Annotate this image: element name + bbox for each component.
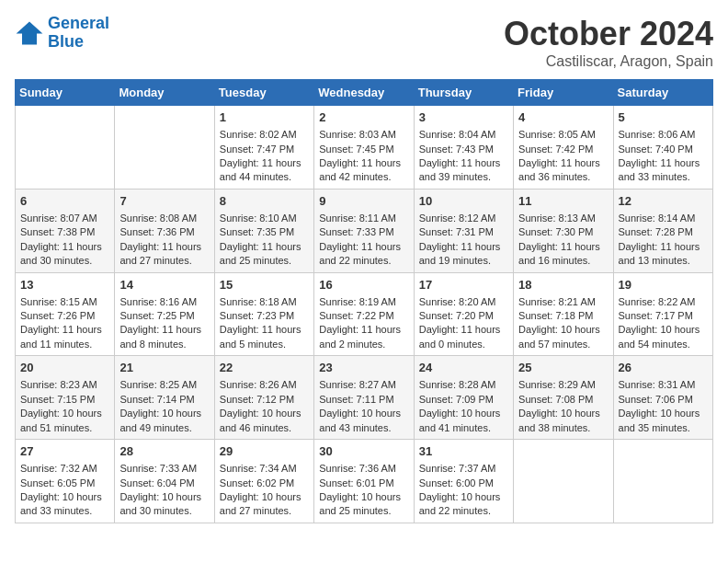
day-info-line: Sunset: 7:40 PM <box>619 143 708 156</box>
day-info-line: Sunset: 7:20 PM <box>419 309 508 323</box>
day-number: 25 <box>518 360 608 376</box>
svg-marker-0 <box>17 21 43 44</box>
day-number: 27 <box>20 443 109 460</box>
day-info-line: Daylight: 10 hours and 41 minutes. <box>419 407 508 435</box>
calendar-cell: 4Sunrise: 8:05 AMSunset: 7:42 PMDaylight… <box>514 106 613 190</box>
logo: General Blue <box>15 15 109 52</box>
day-info-line: Daylight: 10 hours and 25 minutes. <box>319 490 408 519</box>
day-info-line: Sunrise: 8:18 AM <box>220 295 309 309</box>
day-number: 6 <box>20 193 109 210</box>
day-number: 20 <box>20 360 109 376</box>
day-info-line: Daylight: 10 hours and 35 minutes. <box>619 407 708 435</box>
day-info-line: Sunrise: 8:04 AM <box>419 128 508 142</box>
day-info-line: Daylight: 10 hours and 46 minutes. <box>220 407 309 435</box>
day-info-line: Sunset: 7:47 PM <box>220 143 309 156</box>
day-info-line: Daylight: 10 hours and 33 minutes. <box>20 490 109 519</box>
day-info-line: Sunset: 7:36 PM <box>119 225 209 239</box>
day-number: 7 <box>119 193 209 210</box>
day-info-line: Sunrise: 7:33 AM <box>119 462 209 476</box>
calendar-cell: 23Sunrise: 8:27 AMSunset: 7:11 PMDayligh… <box>314 356 414 440</box>
day-info-line: Daylight: 11 hours and 42 minutes. <box>319 156 408 185</box>
day-info-line: Daylight: 10 hours and 54 minutes. <box>619 323 708 351</box>
calendar-cell: 17Sunrise: 8:20 AMSunset: 7:20 PMDayligh… <box>414 272 513 356</box>
day-number: 17 <box>419 277 508 293</box>
day-info-line: Sunset: 7:42 PM <box>518 143 608 156</box>
day-number: 12 <box>619 193 708 210</box>
header-row: SundayMondayTuesdayWednesdayThursdayFrid… <box>16 80 713 106</box>
week-row-3: 13Sunrise: 8:15 AMSunset: 7:26 PMDayligh… <box>16 272 713 356</box>
day-info-line: Sunrise: 8:27 AM <box>319 378 408 392</box>
week-row-1: 1Sunrise: 8:02 AMSunset: 7:47 PMDaylight… <box>16 106 713 190</box>
location-title: Castiliscar, Aragon, Spain <box>504 53 713 70</box>
day-number: 3 <box>419 109 508 126</box>
day-info-line: Sunset: 7:25 PM <box>119 309 209 323</box>
calendar-cell <box>115 106 214 190</box>
day-info-line: Sunrise: 8:31 AM <box>619 378 708 392</box>
day-info-line: Daylight: 11 hours and 0 minutes. <box>419 323 508 351</box>
day-number: 2 <box>319 109 408 126</box>
day-info-line: Daylight: 11 hours and 44 minutes. <box>220 156 309 185</box>
day-info-line: Daylight: 11 hours and 22 minutes. <box>319 240 408 269</box>
day-info-line: Sunset: 7:08 PM <box>518 393 608 407</box>
day-info-line: Daylight: 10 hours and 43 minutes. <box>319 407 408 435</box>
day-number: 16 <box>319 277 408 293</box>
day-info-line: Sunrise: 8:16 AM <box>119 295 209 309</box>
calendar-cell: 3Sunrise: 8:04 AMSunset: 7:43 PMDaylight… <box>414 106 513 190</box>
day-info-line: Daylight: 11 hours and 8 minutes. <box>119 323 209 351</box>
calendar-cell: 7Sunrise: 8:08 AMSunset: 7:36 PMDaylight… <box>115 189 214 272</box>
calendar-cell: 18Sunrise: 8:21 AMSunset: 7:18 PMDayligh… <box>514 272 613 356</box>
day-number: 19 <box>619 277 708 293</box>
day-info-line: Sunrise: 8:03 AM <box>319 128 408 142</box>
day-number: 4 <box>518 109 608 126</box>
day-info-line: Sunrise: 8:22 AM <box>619 295 708 309</box>
day-info-line: Sunrise: 7:32 AM <box>20 462 109 476</box>
day-info-line: Sunset: 7:14 PM <box>119 393 209 407</box>
day-number: 11 <box>518 193 608 210</box>
day-info-line: Sunrise: 8:13 AM <box>518 212 608 225</box>
day-info-line: Sunrise: 8:07 AM <box>20 212 109 225</box>
day-info-line: Sunrise: 7:34 AM <box>220 462 309 476</box>
calendar-cell: 31Sunrise: 7:37 AMSunset: 6:00 PMDayligh… <box>414 440 513 523</box>
header-day-thursday: Thursday <box>414 80 513 106</box>
day-info-line: Sunset: 6:01 PM <box>319 477 408 490</box>
logo-text: General Blue <box>48 15 109 52</box>
day-info-line: Daylight: 11 hours and 16 minutes. <box>518 240 608 269</box>
calendar-cell: 2Sunrise: 8:03 AMSunset: 7:45 PMDaylight… <box>314 106 414 190</box>
day-number: 18 <box>518 277 608 293</box>
calendar-body: 1Sunrise: 8:02 AMSunset: 7:47 PMDaylight… <box>16 106 713 523</box>
calendar-cell: 16Sunrise: 8:19 AMSunset: 7:22 PMDayligh… <box>314 272 414 356</box>
calendar-cell: 30Sunrise: 7:36 AMSunset: 6:01 PMDayligh… <box>314 440 414 523</box>
day-number: 28 <box>119 443 209 460</box>
header-day-monday: Monday <box>115 80 214 106</box>
day-info-line: Daylight: 11 hours and 36 minutes. <box>518 156 608 185</box>
logo-line2: Blue <box>48 32 84 51</box>
calendar-cell: 8Sunrise: 8:10 AMSunset: 7:35 PMDaylight… <box>214 189 313 272</box>
day-info-line: Sunrise: 8:14 AM <box>619 212 708 225</box>
calendar-cell: 21Sunrise: 8:25 AMSunset: 7:14 PMDayligh… <box>115 356 214 440</box>
day-number: 31 <box>419 443 508 460</box>
day-info-line: Sunset: 7:11 PM <box>319 393 408 407</box>
day-info-line: Sunrise: 8:26 AM <box>220 378 309 392</box>
header-day-friday: Friday <box>514 80 613 106</box>
calendar-cell <box>16 106 115 190</box>
day-number: 22 <box>220 360 309 376</box>
day-info-line: Sunrise: 8:19 AM <box>319 295 408 309</box>
day-number: 23 <box>319 360 408 376</box>
day-info-line: Daylight: 10 hours and 49 minutes. <box>119 407 209 435</box>
day-number: 24 <box>419 360 508 376</box>
day-info-line: Sunset: 6:04 PM <box>119 477 209 490</box>
day-info-line: Sunset: 7:45 PM <box>319 143 408 156</box>
day-info-line: Sunrise: 8:10 AM <box>220 212 309 225</box>
calendar-cell: 15Sunrise: 8:18 AMSunset: 7:23 PMDayligh… <box>214 272 313 356</box>
day-info-line: Sunset: 7:22 PM <box>319 309 408 323</box>
day-number: 26 <box>619 360 708 376</box>
day-info-line: Sunrise: 8:28 AM <box>419 378 508 392</box>
day-info-line: Sunrise: 8:02 AM <box>220 128 309 142</box>
day-info-line: Sunset: 7:43 PM <box>419 143 508 156</box>
logo-icon <box>15 20 44 46</box>
calendar-cell: 14Sunrise: 8:16 AMSunset: 7:25 PMDayligh… <box>115 272 214 356</box>
day-info-line: Sunrise: 8:29 AM <box>518 378 608 392</box>
page-header: General Blue October 2024 Castiliscar, A… <box>15 15 713 70</box>
logo-line1: General <box>48 14 109 32</box>
day-info-line: Sunrise: 8:20 AM <box>419 295 508 309</box>
